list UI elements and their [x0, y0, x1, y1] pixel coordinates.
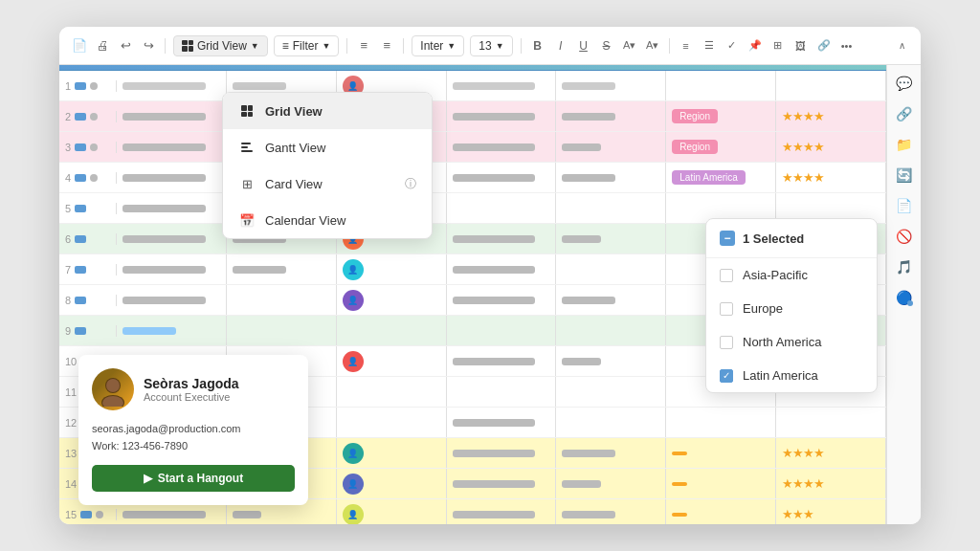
image-icon[interactable]: 🖼 [792, 37, 810, 55]
stars: ★★★★ [782, 140, 824, 154]
stars: ★★★ [782, 507, 813, 521]
contact-work: Work: 123-456-7890 [92, 437, 295, 455]
right-sidebar: 💬 🔗 📁 🔄 📄 🚫 🎵 🔵 [886, 65, 921, 524]
block-icon[interactable]: 🚫 [894, 226, 915, 247]
filter-label: Filter [293, 39, 319, 53]
music-icon[interactable]: 🎵 [894, 256, 915, 277]
comment-icon[interactable]: 💬 [894, 73, 915, 94]
row-icon [75, 297, 86, 304]
row-icon-sm [90, 113, 98, 121]
document-icon[interactable]: 📄 [894, 195, 915, 216]
grid-cell [117, 71, 227, 100]
align-left-icon[interactable]: ≡ [355, 37, 372, 55]
avatar: 👤 [343, 443, 364, 464]
font-selector[interactable]: Inter ▼ [412, 35, 464, 56]
table-icon[interactable]: ⊞ [769, 37, 787, 55]
grid-cell [227, 254, 337, 284]
italic-icon[interactable]: I [552, 37, 569, 55]
region-option-latin-america[interactable]: ✓ Latin America [706, 359, 877, 392]
view-option-card[interactable]: ⊞ Card View ⓘ [223, 165, 432, 202]
row-icon [75, 327, 86, 335]
region-cell: Region [666, 132, 776, 162]
grid-cell [447, 163, 557, 192]
collapse-icon[interactable]: ∧ [894, 38, 909, 54]
region-badge-latin: Latin America [672, 170, 746, 185]
toolbar: 📄 🖨 ↩ ↪ Grid View ▼ ≡ Filter ▼ ≡ ≡ [59, 27, 921, 65]
row-number: 2 [59, 111, 117, 122]
grid-cell [666, 71, 776, 100]
grid-cell [227, 285, 337, 315]
view-option-grid[interactable]: Grid View [223, 93, 432, 129]
card-info-icon: ⓘ [405, 176, 416, 192]
redo-icon[interactable]: ↪ [140, 37, 157, 55]
grid-cell [556, 438, 666, 468]
view-option-gantt[interactable]: Gantt View [223, 129, 432, 165]
active-icon[interactable]: 🔵 [894, 287, 915, 308]
grid-cell [117, 132, 227, 162]
print-icon[interactable]: 🖨 [94, 37, 111, 55]
undo-icon[interactable]: ↩ [117, 37, 134, 55]
highlight-icon[interactable]: A▾ [621, 37, 638, 55]
grid-view-button[interactable]: Grid View ▼ [173, 35, 268, 56]
strikethrough-icon[interactable]: S [598, 37, 615, 55]
asia-pacific-label: Asia-Pacific [743, 268, 808, 282]
font-label: Inter [420, 39, 443, 53]
contact-header: Seòras Jagoda Account Executive [92, 368, 295, 410]
latin-america-label: Latin America [743, 368, 818, 383]
region-option-asia[interactable]: Asia-Pacific [706, 258, 877, 292]
row-icon [75, 266, 86, 274]
hangout-label: Start a Hangout [158, 472, 243, 485]
row-number: 3 [59, 142, 117, 153]
grid-cell: 👤 [337, 438, 447, 468]
checkbox-asia[interactable] [720, 269, 733, 282]
region-option-europe[interactable]: Europe [706, 292, 877, 325]
refresh-icon[interactable]: 🔄 [894, 165, 915, 186]
color-icon[interactable]: A▾ [644, 37, 661, 55]
grid-cell [117, 163, 227, 192]
grid-cell [337, 377, 447, 407]
row-icon-sm [90, 143, 98, 151]
avatar: 👤 [343, 259, 364, 280]
checkbox-europe[interactable] [720, 302, 733, 316]
contact-info-header: Seòras Jagoda Account Executive [144, 376, 239, 403]
pin-icon[interactable]: 📌 [746, 37, 764, 55]
grid-cell [556, 132, 666, 162]
stars: ★★★★ [782, 446, 824, 460]
size-selector[interactable]: 13 ▼ [470, 35, 512, 56]
chevron-down-icon: ▼ [251, 41, 259, 51]
start-hangout-button[interactable]: ▶ Start a Hangout [92, 465, 295, 492]
divider-4 [521, 38, 522, 54]
underline-icon[interactable]: U [575, 37, 592, 55]
stars: ★★★★ [782, 170, 824, 185]
checkbox-latin-america[interactable]: ✓ [720, 369, 733, 383]
link-sidebar-icon[interactable]: 🔗 [894, 103, 915, 124]
filter-button[interactable]: ≡ Filter ▼ [274, 35, 340, 56]
row-number: 8 [59, 295, 117, 306]
grid-cell [117, 316, 227, 345]
link-icon[interactable]: 🔗 [815, 37, 833, 55]
gantt-option-icon [238, 139, 256, 156]
grid-cell [447, 254, 557, 284]
region-option-north-america[interactable]: North America [706, 325, 877, 359]
row-icon-sm [90, 174, 98, 182]
table-row: 3 👤 Region ★★★★ [59, 132, 886, 163]
align-icon[interactable]: ≡ [678, 37, 695, 55]
grid-view-option-label: Grid View [265, 104, 323, 119]
list-icon[interactable]: ☰ [701, 37, 718, 55]
check-icon[interactable]: ✓ [724, 37, 741, 55]
app-window: 📄 🖨 ↩ ↪ Grid View ▼ ≡ Filter ▼ ≡ ≡ [59, 27, 921, 524]
stars-cell: ★★★ [776, 499, 886, 524]
grid-cell [447, 469, 557, 498]
folder-icon[interactable]: 📁 [894, 134, 915, 155]
contact-title: Account Executive [144, 391, 239, 403]
bold-icon[interactable]: B [529, 37, 546, 55]
align-right-icon[interactable]: ≡ [378, 37, 395, 55]
checkbox-north-america[interactable] [720, 336, 733, 349]
file-icon[interactable]: 📄 [71, 37, 88, 55]
row-number: 5 [59, 203, 117, 214]
view-option-calendar[interactable]: 📅 Calendar View [223, 202, 432, 238]
filter-icon: ≡ [282, 39, 289, 53]
region-badge-yellow [672, 513, 687, 517]
calendar-option-icon: 📅 [238, 211, 256, 229]
more-icon[interactable]: ••• [838, 37, 856, 55]
